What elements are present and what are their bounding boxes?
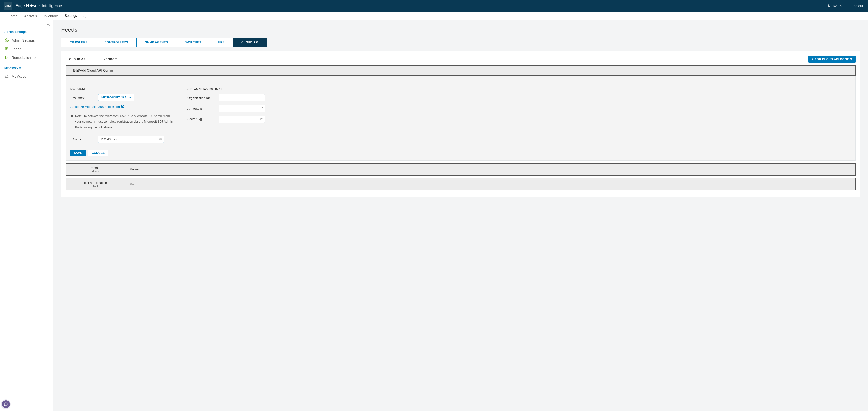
row-subtitle: Meraki	[71, 170, 120, 173]
details-section-title: DETAILS:	[70, 87, 173, 91]
sidebar: Admin Settings Admin Settings Feeds Reme…	[0, 21, 53, 411]
cloud-api-panel: CLOUD API VENDOR + ADD CLOUD API CONFIG …	[61, 51, 860, 197]
svg-point-13	[160, 139, 160, 139]
tab-crawlers[interactable]: CRAWLERS	[61, 38, 96, 47]
sidebar-item-feeds[interactable]: Feeds	[0, 45, 53, 53]
collapse-sidebar-icon[interactable]	[46, 23, 51, 28]
external-link-icon	[121, 105, 124, 109]
info-icon	[70, 113, 73, 130]
page-title: Feeds	[61, 26, 860, 33]
sidebar-section-account: My Account	[0, 62, 53, 72]
name-input[interactable]	[98, 136, 164, 143]
note-text: Note: To activate the Microsoft 365 API,…	[75, 113, 173, 130]
row-title: test add location	[71, 181, 120, 184]
key-icon	[260, 106, 263, 111]
clipboard-check-icon	[4, 55, 9, 59]
row-vendor: Meraki	[130, 168, 139, 171]
top-nav: Home Analysis Inventory Settings	[0, 12, 868, 21]
list-icon	[4, 47, 9, 51]
svg-rect-10	[72, 116, 72, 117]
authorize-link-text: Authorize Microsoft 365 Application	[70, 105, 120, 109]
organization-id-label: Organization Id:	[187, 96, 214, 100]
bell-icon	[4, 74, 9, 78]
app-header: vmw Edge Network Intelligence DARK Log o…	[0, 0, 868, 12]
svg-marker-8	[129, 96, 131, 98]
svg-rect-7	[5, 56, 8, 59]
tab-switches[interactable]: SWITCHES	[176, 38, 210, 47]
tab-controllers[interactable]: CONTROLLERS	[96, 38, 137, 47]
help-fab-icon[interactable]	[2, 400, 10, 408]
logout-link[interactable]: Log out	[852, 4, 863, 8]
tab-snmp-agents[interactable]: SNMP AGENTS	[136, 38, 176, 47]
sidebar-item-label: Admin Settings	[12, 38, 35, 42]
svg-rect-11	[72, 115, 72, 115]
row-subtitle: Mist	[71, 184, 120, 187]
vendors-label: Vendors:	[70, 96, 94, 99]
app-title: Edge Network Intelligence	[16, 4, 62, 8]
cloud-api-row-meraki[interactable]: meraki Meraki Meraki	[66, 163, 856, 176]
key-icon	[260, 117, 263, 121]
main-content: Feeds CRAWLERS CONTROLLERS SNMP AGENTS S…	[53, 21, 868, 411]
topnav-inventory[interactable]: Inventory	[40, 12, 61, 20]
add-cloud-api-config-button[interactable]: + ADD CLOUD API CONFIG	[808, 56, 856, 63]
row-vendor: Mist	[130, 182, 135, 186]
feed-tabs: CRAWLERS CONTROLLERS SNMP AGENTS SWITCHE…	[61, 38, 860, 47]
caret-down-icon	[129, 96, 131, 99]
search-icon[interactable]	[81, 12, 88, 20]
tab-cloud-api[interactable]: CLOUD API	[233, 38, 267, 47]
secret-label: Secret: ?	[187, 117, 214, 121]
vmw-logo: vmw	[4, 2, 12, 10]
svg-line-1	[85, 17, 86, 17]
sidebar-item-my-account[interactable]: My Account	[0, 72, 53, 81]
organization-id-input[interactable]	[219, 94, 265, 101]
sidebar-item-label: Feeds	[12, 47, 21, 51]
sidebar-item-label: My Account	[12, 75, 29, 78]
dark-mode-toggle[interactable]: DARK	[827, 4, 842, 8]
col-header-vendor: VENDOR	[103, 58, 134, 61]
topnav-analysis[interactable]: Analysis	[21, 12, 40, 20]
svg-point-2	[6, 40, 7, 41]
moon-icon	[827, 4, 831, 8]
api-tokens-label: API tokens:	[187, 107, 214, 111]
sidebar-item-remediation-log[interactable]: Remediation Log	[0, 53, 53, 62]
vendor-select[interactable]: MICROSOFT 365	[98, 94, 134, 101]
sidebar-section-admin: Admin Settings	[0, 23, 53, 36]
row-title: meraki	[71, 166, 120, 170]
sidebar-item-admin-settings[interactable]: Admin Settings	[0, 36, 53, 45]
api-config-section-title: API CONFIGURATION:	[187, 87, 280, 91]
api-tokens-input[interactable]	[219, 105, 265, 112]
name-label: Name:	[70, 138, 94, 141]
save-button[interactable]: SAVE	[70, 150, 86, 156]
edit-add-config-header[interactable]: Edit/Add Cloud API Config	[66, 65, 856, 76]
config-form: DETAILS: Vendors: MICROSOFT 365 Authoriz…	[66, 76, 856, 160]
svg-point-0	[83, 15, 85, 17]
sidebar-item-label: Remediation Log	[12, 56, 37, 59]
cancel-button[interactable]: CANCEL	[88, 150, 108, 156]
contact-card-icon	[159, 137, 162, 141]
dark-mode-label: DARK	[833, 4, 842, 7]
authorize-ms365-link[interactable]: Authorize Microsoft 365 Application	[70, 105, 124, 109]
vendor-select-value: MICROSOFT 365	[101, 96, 126, 99]
col-header-cloud-api: CLOUD API	[66, 58, 103, 61]
topnav-settings[interactable]: Settings	[61, 12, 81, 20]
tab-ups[interactable]: UPS	[210, 38, 233, 47]
help-icon[interactable]: ?	[199, 118, 203, 121]
activation-note: Note: To activate the Microsoft 365 API,…	[70, 113, 173, 130]
topnav-home[interactable]: Home	[5, 12, 21, 20]
gear-icon	[4, 38, 9, 42]
secret-input[interactable]	[219, 116, 265, 123]
cloud-api-row-mist[interactable]: test add location Mist Mist	[66, 178, 856, 190]
